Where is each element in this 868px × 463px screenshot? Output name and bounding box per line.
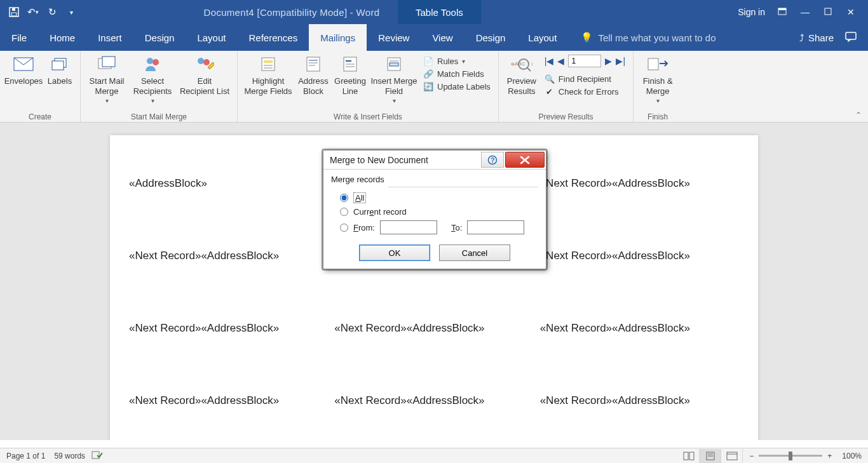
finish-merge-button[interactable]: Finish & Merge ▾ [637,53,678,104]
dialog-help-button[interactable]: ? [481,152,504,168]
group-finish-label: Finish [634,112,682,123]
address-block-button[interactable]: Address Block [295,53,332,97]
chevron-down-icon: ▾ [393,97,396,104]
edit-recipient-list-button[interactable]: Edit Recipient List [176,53,233,97]
close-icon[interactable]: ✕ [845,7,857,17]
tab-table-layout[interactable]: Layout [517,24,568,51]
tab-file[interactable]: File [0,24,38,51]
chevron-down-icon: ▾ [105,97,109,104]
radio-from[interactable] [340,224,348,232]
page-status[interactable]: Page 1 of 1 [6,452,45,460]
check-errors-button[interactable]: ✔Check for Errors [545,86,625,97]
read-mode-icon[interactable] [678,449,700,463]
ribbon-options-icon[interactable] [776,7,788,17]
tell-me-search[interactable]: 💡Tell me what you want to do [581,24,715,51]
preview-results-button[interactable]: «ABC» Preview Results [503,53,541,97]
tab-mailings[interactable]: Mailings [309,24,367,51]
word-count[interactable]: 59 words [54,452,85,460]
record-number-input[interactable] [568,55,601,67]
ok-button[interactable]: OK [359,245,430,261]
envelopes-button[interactable]: Envelopes [4,53,43,86]
insert-merge-field-icon [383,55,405,74]
last-record-icon[interactable]: ▶| [616,56,625,66]
find-recipient-button[interactable]: 🔍Find Recipient [545,74,625,84]
merge-records-group-label: Merge records [331,175,538,184]
svg-point-14 [198,58,204,64]
share-button[interactable]: ⤴Share [799,32,834,43]
qat-customize-icon[interactable]: ▾ [65,6,78,18]
option-from[interactable]: From: To: [340,220,538,234]
tab-layout[interactable]: Layout [186,24,237,51]
to-input[interactable] [467,220,524,234]
tab-design[interactable]: Design [133,24,186,51]
label-cell[interactable]: «Next Record»«AddressBlock» [334,394,533,407]
zoom-percent[interactable]: 100% [842,452,862,460]
from-input[interactable] [380,220,437,234]
minimize-icon[interactable]: — [799,7,811,17]
tab-insert[interactable]: Insert [86,24,133,51]
labels-button[interactable]: Labels [43,53,76,86]
svg-rect-6 [846,32,856,39]
prev-record-icon[interactable]: ◀ [557,56,564,66]
dialog-body: Merge records All Current record From: T… [323,170,546,269]
save-icon[interactable] [8,6,20,18]
radio-all[interactable] [340,194,348,202]
tab-references[interactable]: References [237,24,309,51]
select-recipients-icon [142,55,163,74]
insert-merge-field-button[interactable]: Insert Merge Field ▾ [369,53,419,104]
zoom-slider[interactable] [759,455,822,457]
update-labels-button[interactable]: 🔄Update Labels [423,81,491,91]
radio-current[interactable] [340,208,348,216]
label-cell[interactable]: «Next Record»«AddressBlock» [334,322,533,335]
select-recipients-button[interactable]: Select Recipients ▾ [129,53,176,104]
highlight-merge-fields-button[interactable]: Highlight Merge Fields [241,53,295,97]
svg-text:ABC: ABC [515,61,526,67]
option-all[interactable]: All [340,192,538,203]
dialog-close-button[interactable] [505,152,545,168]
zoom-thumb[interactable] [789,452,792,460]
comments-icon[interactable] [845,32,857,44]
next-record-icon[interactable]: ▶ [605,56,612,66]
svg-rect-41 [689,452,694,460]
edit-recipient-list-icon [194,55,215,74]
sign-in-link[interactable]: Sign in [738,7,765,17]
label-cell[interactable]: «Next Record»«AddressBlock» [129,322,328,335]
spellcheck-icon[interactable] [92,450,103,462]
redo-icon[interactable]: ↻ [46,6,58,18]
web-layout-icon[interactable] [721,449,743,463]
dialog-title: Merge to New Document [323,151,481,169]
collapse-ribbon-icon[interactable]: ⌃ [855,111,862,119]
label-cell[interactable]: «Next Record»«AddressBlock» [129,250,328,262]
option-current[interactable]: Current record [340,207,538,217]
envelope-icon [13,55,34,74]
svg-rect-36 [648,58,658,70]
zoom-in-icon[interactable]: + [827,452,832,460]
label-cell[interactable]: «Next Record»«AddressBlock» [129,394,328,407]
quick-access-toolbar: ↶▾ ↻ ▾ [0,6,78,18]
greeting-line-button[interactable]: Greeting Line [332,53,369,97]
zoom-out-icon[interactable]: − [749,452,754,460]
radio-current-label: Current record [353,207,407,217]
start-mail-merge-button[interactable]: Start Mail Merge ▾ [85,53,129,104]
maximize-icon[interactable] [822,7,834,17]
undo-icon[interactable]: ↶▾ [27,6,39,18]
rules-button[interactable]: 📄Rules▾ [423,56,491,66]
label-cell[interactable]: «Next Record»«AddressBlock» [540,394,739,407]
view-buttons [678,449,743,463]
tab-table-design[interactable]: Design [465,24,517,51]
tab-review[interactable]: Review [367,24,421,51]
print-layout-icon[interactable] [700,449,721,463]
label-cell[interactable]: «AddressBlock» [129,177,328,190]
label-cell[interactable]: «Next Record»«AddressBlock» [540,250,739,262]
group-create-label: Create [0,112,80,123]
dialog-titlebar[interactable]: Merge to New Document ? [323,151,546,170]
tab-view[interactable]: View [421,24,464,51]
label-cell[interactable]: «Next Record»«AddressBlock» [540,322,739,335]
label-cell[interactable]: «Next Record»«AddressBlock» [540,177,739,190]
match-fields-button[interactable]: 🔗Match Fields [423,69,491,79]
tab-home[interactable]: Home [38,24,86,51]
merge-dialog: Merge to New Document ? Merge records Al… [323,150,546,269]
cancel-button[interactable]: Cancel [439,245,510,261]
first-record-icon[interactable]: |◀ [545,56,554,66]
highlight-label: Highlight Merge Fields [244,76,292,97]
